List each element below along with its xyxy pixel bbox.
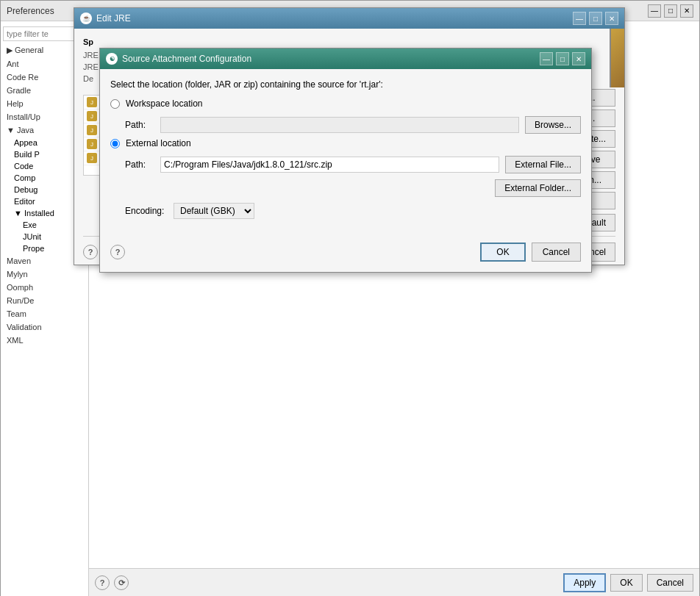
- preferences-help2-btn[interactable]: ⟳: [114, 575, 129, 590]
- sidebar-item-team[interactable]: Team: [1, 307, 88, 320]
- edit-jre-icon: ☕: [80, 12, 92, 24]
- preferences-help-btn[interactable]: ?: [95, 575, 110, 590]
- pref-minimize-btn[interactable]: —: [648, 4, 661, 18]
- external-path-label: Path:: [125, 159, 154, 170]
- preferences-ok-btn[interactable]: OK: [610, 574, 642, 592]
- sidebar-item-run[interactable]: Run/De: [1, 294, 88, 307]
- preferences-apply-btn[interactable]: Apply: [563, 573, 606, 592]
- pref-close-btn[interactable]: ✕: [680, 4, 693, 18]
- jar-icon: J: [87, 125, 97, 135]
- source-ok-btn[interactable]: OK: [480, 243, 525, 262]
- source-footer-buttons: OK Cancel: [480, 243, 581, 262]
- source-dialog-title: Source Attachment Configuration: [122, 54, 540, 64]
- edit-jre-titlebar: ☕ Edit JRE — □ ✕: [74, 8, 624, 29]
- edit-jre-title: Edit JRE: [96, 13, 573, 24]
- external-path-row: Path: External File...: [125, 156, 581, 173]
- external-label: External location: [126, 138, 191, 148]
- sidebar-item-validation[interactable]: Validation: [1, 320, 88, 334]
- encoding-select[interactable]: Default (GBK): [174, 203, 254, 219]
- external-location-row: External location: [110, 138, 581, 148]
- jar-icon: J: [87, 111, 97, 121]
- source-dialog-titlebar: ☯ Source Attachment Configuration — □ ✕: [100, 49, 591, 69]
- edit-jre-help-btn[interactable]: ?: [83, 245, 98, 259]
- preferences-titlebar-controls: — □ ✕: [648, 4, 693, 18]
- source-dialog-icon: ☯: [106, 53, 118, 65]
- edit-jre-minimize-btn[interactable]: —: [573, 12, 586, 25]
- edit-jre-titlebar-controls: — □ ✕: [573, 12, 618, 25]
- workspace-location-row: Workspace location: [110, 98, 581, 109]
- source-cancel-btn[interactable]: Cancel: [532, 243, 581, 262]
- workspace-path-label: Path:: [125, 120, 154, 130]
- notebook-decoration: [610, 29, 624, 87]
- jre-def-row: Sp: [83, 37, 615, 46]
- source-dialog-body: Select the location (folder, JAR or zip)…: [100, 69, 591, 237]
- workspace-label: Workspace location: [126, 98, 203, 109]
- source-attachment-dialog: ☯ Source Attachment Configuration — □ ✕ …: [99, 48, 592, 273]
- edit-jre-maximize-btn[interactable]: □: [589, 12, 602, 25]
- sidebar-item-mylyn[interactable]: Mylyn: [1, 268, 88, 281]
- edit-jre-close-btn[interactable]: ✕: [605, 12, 618, 25]
- jar-icon: J: [87, 153, 97, 163]
- external-file-btn[interactable]: External File...: [505, 156, 581, 173]
- source-help-btn[interactable]: ?: [110, 245, 125, 259]
- preferences-cancel-btn[interactable]: Cancel: [647, 574, 693, 592]
- external-folder-row: External Folder...: [110, 179, 581, 197]
- external-radio[interactable]: [110, 139, 120, 148]
- workspace-path-input[interactable]: [160, 117, 519, 133]
- external-folder-btn[interactable]: External Folder...: [495, 179, 581, 197]
- sidebar-item-xml[interactable]: XML: [1, 334, 88, 347]
- encoding-label: Encoding:: [125, 206, 168, 216]
- source-dialog-controls: — □ ✕: [540, 52, 585, 65]
- preferences-bottom-bar: ? ⟳ Apply OK Cancel: [89, 568, 699, 596]
- sidebar-item-oomph[interactable]: Oomph: [1, 281, 88, 294]
- encoding-row: Encoding: Default (GBK): [125, 203, 581, 219]
- pref-maximize-btn[interactable]: □: [664, 4, 677, 18]
- source-dialog-footer: ? OK Cancel: [100, 237, 591, 272]
- external-path-input[interactable]: [160, 157, 499, 173]
- jar-icon: J: [87, 97, 97, 107]
- workspace-path-row: Path: Browse...: [125, 116, 581, 134]
- workspace-radio[interactable]: [110, 99, 120, 109]
- jre-sp-label: Sp: [83, 37, 93, 46]
- jar-icon: J: [87, 139, 97, 149]
- source-description: Select the location (folder, JAR or zip)…: [110, 79, 581, 90]
- source-maximize-btn[interactable]: □: [556, 52, 569, 65]
- source-close-btn[interactable]: ✕: [572, 52, 585, 65]
- workspace-browse-btn[interactable]: Browse...: [525, 116, 581, 134]
- source-minimize-btn[interactable]: —: [540, 52, 553, 65]
